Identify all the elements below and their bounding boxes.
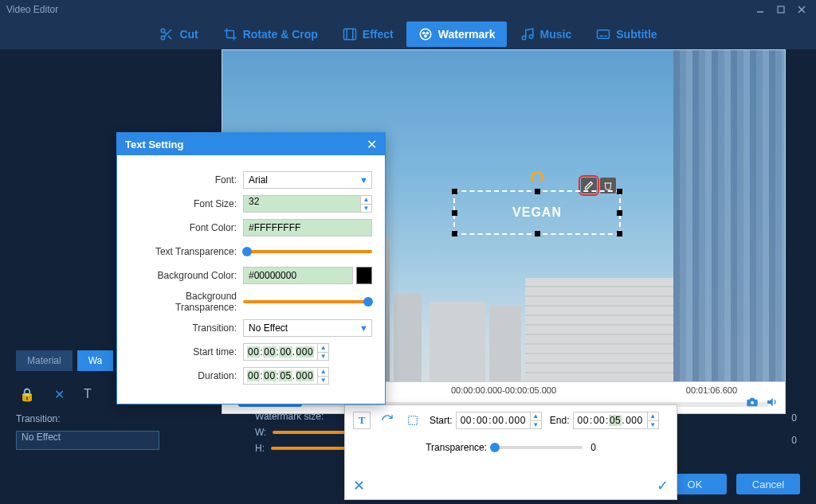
start-label: Start: <box>430 415 453 426</box>
duration-input[interactable]: 00:00:05.000 <box>243 367 318 385</box>
text-transparence-slider[interactable] <box>243 250 372 253</box>
font-label: Font: <box>124 174 243 186</box>
transparence-value: 0 <box>590 442 596 453</box>
svg-point-13 <box>422 32 424 33</box>
bg-color-swatch[interactable] <box>356 267 372 284</box>
end-time-input[interactable]: 00:00:05.000 <box>573 412 648 429</box>
tab-music[interactable]: Music <box>508 21 583 47</box>
tab-label: Effect <box>363 28 394 41</box>
bg-transparence-slider[interactable] <box>243 300 372 303</box>
resize-handle[interactable] <box>452 210 457 216</box>
svg-rect-9 <box>343 29 355 40</box>
end-time-field: End: 00:00:05.000 ▲▼ <box>550 412 659 429</box>
toolbar: Cut Rotate & Crop Effect Watermark Music… <box>0 19 816 49</box>
svg-marker-22 <box>767 398 773 407</box>
transparence-label: Transparence: <box>426 442 487 453</box>
film-icon <box>342 26 358 42</box>
slider-thumb[interactable] <box>363 297 373 307</box>
crop-icon <box>222 26 238 42</box>
watermark-selection[interactable]: VEGAN <box>453 190 621 235</box>
start-time-label: Start time: <box>124 346 243 357</box>
minimize-button[interactable] <box>752 4 768 15</box>
popup-ok-button[interactable]: ✓ <box>657 477 669 494</box>
chevron-down-icon: ▼ <box>359 323 368 333</box>
watermark-icon <box>418 26 434 42</box>
font-color-label: Font Color: <box>124 222 243 233</box>
font-size-spinner[interactable]: ▲▼ <box>361 195 372 213</box>
tab-watermark[interactable]: Watermark <box>406 21 507 47</box>
duration-label: Duration: <box>124 370 243 381</box>
tab-effect[interactable]: Effect <box>331 21 405 47</box>
start-time-spinner[interactable]: ▲▼ <box>318 343 329 361</box>
svg-line-8 <box>164 32 167 34</box>
h-value: 0 <box>791 435 797 446</box>
tab-label: Cut <box>179 28 198 41</box>
fit-button[interactable] <box>404 412 422 429</box>
slider-thumb[interactable] <box>242 247 252 256</box>
delete-x-icon[interactable]: ✕ <box>54 387 65 402</box>
timeline-total: 00:01:06.600 <box>686 385 737 395</box>
dialog-close-button[interactable]: ✕ <box>367 137 377 152</box>
start-time-input[interactable]: 00:00:00.000 <box>456 412 531 429</box>
start-time-spinner[interactable]: ▲▼ <box>531 412 542 429</box>
snapshot-button[interactable] <box>743 395 761 409</box>
popup-cancel-button[interactable]: ✕ <box>353 477 365 494</box>
dialog-title: Text Setting <box>125 139 183 150</box>
tab-cut[interactable]: Cut <box>147 21 209 47</box>
close-button[interactable] <box>794 4 810 15</box>
duration-spinner[interactable]: ▲▼ <box>318 367 329 385</box>
resize-handle[interactable] <box>452 231 457 236</box>
start-time-field: Start: 00:00:00.000 ▲▼ <box>430 412 542 429</box>
start-time-input[interactable]: 00:00:00.000 <box>243 343 318 361</box>
tab-material[interactable]: Material <box>16 350 73 371</box>
timeline-range: 00:00:00.000-00:00:05.000 <box>451 385 556 395</box>
font-size-input[interactable]: 32 <box>243 195 361 213</box>
watermark-properties-popup: T Start: 00:00:00.000 ▲▼ End: 00:00:05.0… <box>344 404 677 500</box>
svg-point-15 <box>425 35 426 37</box>
bg-color-input[interactable]: #00000000 <box>243 267 353 284</box>
svg-rect-1 <box>778 6 784 13</box>
resize-handle[interactable] <box>452 189 457 194</box>
resize-handle[interactable] <box>535 231 540 236</box>
maximize-button[interactable] <box>773 4 789 15</box>
bg-transition-label: Transition: <box>16 413 88 424</box>
svg-point-4 <box>162 29 166 33</box>
transparence-slider[interactable] <box>495 446 583 449</box>
font-combobox[interactable]: Arial ▼ <box>243 171 372 189</box>
svg-point-12 <box>420 29 431 40</box>
svg-line-7 <box>168 36 171 39</box>
rotate-handle-icon[interactable] <box>531 171 543 184</box>
svg-point-16 <box>522 36 526 40</box>
w-value: 0 <box>791 412 797 424</box>
slider-thumb[interactable] <box>490 443 500 452</box>
resize-handle[interactable] <box>535 189 540 194</box>
tab-rotate-crop[interactable]: Rotate & Crop <box>211 21 329 47</box>
refresh-button[interactable] <box>379 412 396 429</box>
watermark-text: VEGAN <box>512 205 562 220</box>
tab-label: Rotate & Crop <box>243 28 318 41</box>
text-t-icon[interactable]: T <box>84 387 92 402</box>
tab-watermark-small[interactable]: Wa <box>77 350 114 371</box>
bg-buttons: OK Cancel <box>663 474 800 494</box>
cancel-button[interactable]: Cancel <box>736 474 800 494</box>
scissors-icon <box>159 26 175 42</box>
resize-handle[interactable] <box>617 231 622 236</box>
font-color-input[interactable]: #FFFFFFFF <box>243 219 372 236</box>
svg-rect-18 <box>598 30 610 39</box>
resize-handle[interactable] <box>617 189 622 194</box>
svg-rect-23 <box>409 416 418 425</box>
titlebar: Video Editor <box>0 0 816 19</box>
resize-handle[interactable] <box>617 210 622 216</box>
volume-button[interactable] <box>764 395 780 409</box>
bg-transition-select[interactable]: No Effect <box>16 431 159 450</box>
dialog-titlebar[interactable]: Text Setting ✕ <box>117 133 385 155</box>
svg-point-14 <box>426 32 428 33</box>
lock-icon[interactable]: 🔒 <box>19 387 35 402</box>
text-tool-button[interactable]: T <box>353 412 371 429</box>
tab-label: Music <box>540 28 572 41</box>
app-name: Video Editor <box>6 4 58 15</box>
end-time-spinner[interactable]: ▲▼ <box>648 412 659 429</box>
tab-subtitle[interactable]: Subtitle <box>584 21 668 47</box>
transition-combobox[interactable]: No Effect ▼ <box>243 319 372 337</box>
transition-label: Transition: <box>124 322 243 334</box>
